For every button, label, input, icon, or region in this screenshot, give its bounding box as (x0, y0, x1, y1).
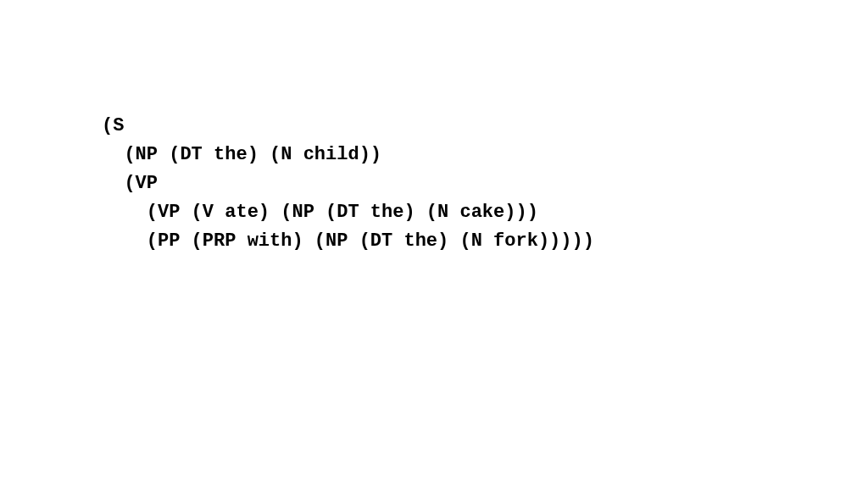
parse-line-0: (S (102, 115, 124, 136)
parse-line-3: (VP (V ate) (NP (DT the) (N cake))) (102, 202, 538, 223)
parse-tree-block: (S (NP (DT the) (N child)) (VP (VP (V at… (102, 83, 868, 257)
parse-line-2: (VP (102, 173, 158, 194)
parse-line-4: (PP (PRP with) (NP (DT the) (N fork))))) (102, 230, 594, 252)
parse-line-1: (NP (DT the) (N child)) (102, 144, 381, 165)
